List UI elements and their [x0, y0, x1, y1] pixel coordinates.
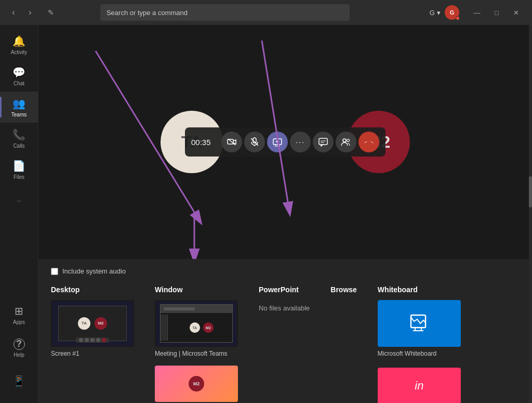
camera-off-button[interactable]: [221, 132, 242, 152]
calls-icon: 📞: [12, 128, 25, 141]
invision-item[interactable]: in: [378, 363, 461, 403]
include-audio-row: Include system audio: [51, 267, 520, 275]
sidebar-item-device[interactable]: 📱: [0, 366, 38, 397]
whiteboard-label: Microsoft Whiteboard: [378, 350, 461, 357]
window-body: TA M2: [161, 313, 232, 342]
search-placeholder: Search or type a command: [107, 9, 188, 17]
sidebar-item-apps[interactable]: ⊞ Apps: [0, 299, 38, 330]
mini-ta: TA: [78, 317, 90, 330]
include-audio-checkbox[interactable]: [51, 268, 58, 275]
files-icon: 📄: [12, 160, 25, 172]
help-icon: ?: [14, 339, 25, 350]
screen1-item[interactable]: TA M2: [51, 300, 134, 357]
minimize-button[interactable]: —: [468, 5, 486, 20]
include-audio-label: Include system audio: [62, 267, 126, 275]
mini-btn1: [79, 338, 83, 342]
teams-window-item[interactable]: TA M2 Meeting | Microsoft Teams: [155, 300, 238, 357]
sidebar-item-teams[interactable]: 👥 Teams: [0, 92, 38, 123]
titlebar: ‹ › ✎ Search or type a command G ▾ G — □…: [0, 0, 532, 25]
mini-btn3: [90, 338, 95, 342]
call-toolbar: 00:35: [185, 127, 385, 157]
powerpoint-category: PowerPoint No files available: [259, 285, 310, 312]
compose-button[interactable]: ✎: [44, 5, 58, 20]
more-dots-icon: ···: [296, 138, 305, 146]
chat-button[interactable]: [313, 132, 334, 152]
screen1-thumbnail[interactable]: TA M2: [51, 300, 134, 347]
call-timer: 00:35: [191, 138, 217, 147]
maximize-button[interactable]: □: [487, 5, 506, 20]
more-icon: ···: [17, 198, 21, 204]
mini-m2-extra: M2: [189, 376, 204, 392]
additional-thumb[interactable]: M2: [155, 366, 238, 402]
teams-window-thumbnail[interactable]: TA M2: [155, 300, 238, 347]
search-bar[interactable]: Search or type a command: [100, 4, 350, 21]
teams-icon: 👥: [12, 97, 25, 110]
sidebar-bottom: ⊞ Apps ? Help 📱: [0, 299, 38, 403]
window-controls: — □ ✕: [468, 5, 526, 20]
sidebar-mini: [52, 301, 57, 332]
chevron-icon: ▾: [437, 9, 441, 17]
end-call-button[interactable]: [358, 132, 379, 152]
share-screen-icon: [273, 137, 282, 147]
forward-button[interactable]: ›: [23, 5, 37, 20]
whiteboard-thumbnail[interactable]: [378, 300, 461, 347]
sidebar-item-more[interactable]: ···: [0, 185, 38, 216]
mini-btn4: [96, 338, 100, 342]
teams-window-label: Meeting | Microsoft Teams: [155, 350, 238, 357]
scrollbar-thumb[interactable]: [529, 176, 532, 207]
share-screen-button[interactable]: [267, 132, 288, 152]
status-badge: [456, 16, 460, 20]
device-icon: 📱: [12, 375, 25, 387]
mini-btn2: [85, 338, 89, 342]
mute-icon: [250, 137, 259, 147]
scrollbar-track[interactable]: [529, 25, 532, 403]
nav-controls: ‹ ›: [6, 5, 37, 20]
share-panel: Include system audio Desktop TA M2: [38, 259, 532, 403]
desktop-content: TA M2: [58, 306, 127, 342]
activity-icon: 🔔: [12, 35, 25, 47]
sidebar-item-chat[interactable]: 💬 Chat: [0, 60, 38, 92]
additional-window-item[interactable]: M2: [155, 363, 238, 402]
sidebar-label-teams: Teams: [11, 112, 26, 118]
avatar[interactable]: G: [445, 5, 459, 20]
svg-point-13: [347, 139, 350, 142]
mini-toolbar: [76, 337, 109, 343]
microsoft-whiteboard-item[interactable]: Microsoft Whiteboard: [378, 300, 461, 357]
additional-thumb-inner: M2: [155, 366, 238, 402]
sidebar-label-chat: Chat: [14, 81, 24, 86]
mini-btn-danger: [102, 338, 106, 342]
mute-button[interactable]: [244, 132, 265, 152]
user-menu[interactable]: G ▾: [430, 9, 441, 17]
sidebar-label-files: Files: [14, 174, 24, 180]
invision-thumbnail[interactable]: in: [378, 368, 461, 403]
participants-button[interactable]: [336, 132, 356, 152]
sidebar-item-calls[interactable]: 📞 Calls: [0, 123, 38, 154]
chat-icon: 💬: [12, 66, 25, 79]
end-call-icon: [364, 139, 374, 145]
desktop-category: Desktop TA M2: [51, 285, 134, 357]
sidebar: 🔔 Activity 💬 Chat 👥 Teams 📞 Calls 📄 File…: [0, 25, 38, 403]
screen1-label: Screen #1: [51, 350, 134, 357]
close-button[interactable]: ✕: [507, 5, 526, 20]
sidebar-item-activity[interactable]: 🔔 Activity: [0, 29, 38, 60]
whiteboard-icon: [409, 313, 430, 334]
more-options-button[interactable]: ···: [290, 132, 311, 152]
mini-ta-2: TA: [190, 322, 200, 333]
window-content: TA M2: [160, 304, 233, 342]
sidebar-item-help[interactable]: ? Help: [0, 332, 38, 363]
window-content-inner: TA M2: [171, 322, 232, 333]
mini-m2: M2: [95, 317, 107, 330]
sidebar-item-files[interactable]: 📄 Files: [0, 154, 38, 185]
avatar-initial: G: [450, 9, 455, 16]
mini-m2-2: M2: [203, 322, 214, 333]
camera-off-icon: [227, 137, 236, 147]
browse-category: Browse: [330, 285, 357, 294]
chat-toolbar-icon: [318, 137, 328, 147]
back-button[interactable]: ‹: [6, 5, 21, 20]
sidebar-strip: [161, 315, 168, 341]
title-bar-text: [164, 307, 195, 310]
sidebar-label-activity: Activity: [11, 49, 28, 55]
svg-rect-0: [228, 139, 233, 144]
browse-title[interactable]: Browse: [330, 285, 357, 294]
sidebar-label-apps: Apps: [13, 319, 25, 325]
